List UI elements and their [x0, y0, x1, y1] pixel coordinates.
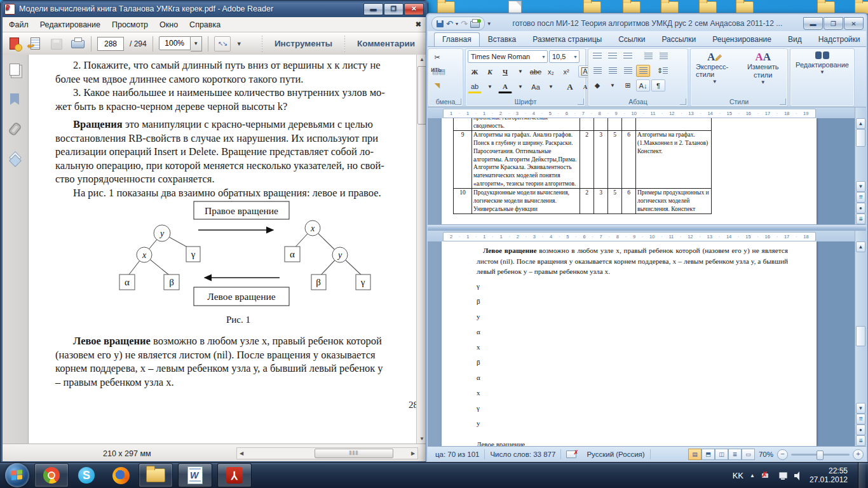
save-icon[interactable] — [437, 20, 444, 27]
subscript-button[interactable]: x₂ — [544, 65, 558, 78]
justify-icon[interactable] — [636, 65, 650, 77]
taskbar-word-button[interactable] — [178, 463, 212, 487]
dialog-launcher-icon[interactable] — [780, 98, 786, 105]
scroll-down-icon[interactable]: ▼ — [856, 403, 865, 414]
scrollbar-thumb[interactable] — [856, 129, 865, 147]
bold-button[interactable]: Ж — [468, 65, 482, 78]
select-browse-object-icon[interactable]: ● — [856, 203, 865, 214]
dialog-launcher-icon[interactable] — [680, 98, 686, 105]
menu-edit[interactable]: Редактирование — [34, 18, 106, 31]
dialog-launcher-icon[interactable] — [578, 98, 584, 105]
change-styles-button[interactable]: AA Изменить стили ▼ — [738, 49, 787, 86]
zoom-in-button[interactable]: + — [853, 449, 864, 460]
menu-help[interactable]: Справка — [184, 18, 226, 31]
print-preview-icon[interactable] — [470, 21, 480, 28]
numbering-icon[interactable] — [606, 50, 620, 62]
decrease-indent-icon[interactable] — [641, 50, 655, 62]
sort-icon[interactable]: А↓ — [636, 79, 650, 92]
tab-insert[interactable]: Вставка — [480, 32, 525, 46]
pdf-horizontal-scrollbar[interactable]: ◀ ⦀⦀⦀ ▶ — [236, 447, 418, 459]
zoom-dropdown-button[interactable]: ▼ — [191, 36, 202, 51]
start-button[interactable] — [5, 463, 29, 487]
power-status-icon[interactable] — [761, 471, 771, 480]
taskbar-browser-button[interactable] — [34, 463, 69, 487]
cut-icon[interactable]: ✂ — [430, 51, 444, 64]
grow-font-button[interactable]: А — [563, 81, 577, 93]
minimize-button[interactable]: ▬ — [363, 3, 383, 15]
scroll-right-icon[interactable]: ▶ — [409, 451, 417, 456]
page-number-input[interactable]: 288 — [97, 37, 124, 51]
draft-view-icon[interactable]: ▭ — [742, 449, 755, 460]
tools-panel-button[interactable]: Инструменты — [268, 39, 339, 48]
increase-indent-icon[interactable] — [656, 50, 670, 62]
toolbar-hide-icon[interactable]: ✖ — [416, 20, 425, 29]
font-color-button[interactable]: А — [498, 80, 512, 93]
previous-page-icon[interactable]: ⇈ — [856, 192, 865, 203]
word-page[interactable]: Левое вращение возможно в любом узле х, … — [442, 241, 817, 446]
scroll-left-icon[interactable]: ◀ — [237, 451, 246, 456]
page-indicator[interactable]: ца: 70 из 101 — [430, 449, 485, 459]
menu-file[interactable]: Файл — [3, 18, 34, 31]
select-browse-object-icon[interactable]: ● — [856, 424, 865, 435]
font-color-dropdown-icon[interactable]: ▼ — [513, 81, 527, 93]
desktop-folder-icon[interactable] — [699, 1, 717, 14]
tab-add-ins[interactable]: Надстройки — [810, 32, 866, 46]
desktop-folder-icon[interactable] — [623, 1, 641, 14]
desktop-folder-icon[interactable] — [661, 1, 679, 14]
tab-review[interactable]: Рецензирование — [704, 32, 780, 46]
change-case-dropdown-icon[interactable]: ▼ — [544, 81, 558, 93]
show-paragraph-marks-icon[interactable]: ¶ — [651, 79, 665, 92]
desktop-folder-icon[interactable] — [817, 1, 835, 14]
word-titlebar[interactable]: ↶ ▾ ↷ ▼ готово посл МИ-12 Теория алгорит… — [428, 15, 866, 31]
tab-view[interactable]: Вид — [780, 32, 810, 46]
italic-button[interactable]: К — [483, 65, 497, 78]
word-count-indicator[interactable]: Число слов: 33 877 — [485, 449, 561, 459]
clock[interactable]: 22:55 27.01.2012 — [810, 466, 851, 484]
editing-button[interactable]: Редактирование ▼ — [790, 49, 854, 76]
show-desktop-button[interactable] — [858, 463, 865, 488]
toolbar-more-button[interactable]: ▼ — [236, 41, 242, 47]
tab-links[interactable]: Ссылки — [610, 32, 653, 46]
layers-icon[interactable] — [10, 153, 20, 163]
align-left-icon[interactable] — [590, 65, 604, 77]
undo-dropdown-icon[interactable]: ▾ — [456, 21, 458, 27]
word-page[interactable]: проблемы. Алгоритмическаясводимость. 9 А… — [442, 118, 817, 224]
adobe-titlebar[interactable]: ₽ Модели вычислений книга Таланова УМКга… — [1, 1, 428, 17]
document-canvas-bottom[interactable]: Левое вращение возможно в любом узле х, … — [428, 241, 855, 446]
desktop-folder-icon[interactable] — [855, 1, 868, 14]
taskbar-adobe-button[interactable]: ⅄ — [217, 463, 252, 487]
quick-styles-button[interactable]: A🖉 Экспресс-стили ▼ — [691, 49, 738, 86]
maximize-button[interactable]: ❒ — [384, 3, 403, 15]
font-name-combobox[interactable]: Times New Roman▼ — [468, 50, 548, 63]
scroll-down-icon[interactable]: ▼ — [856, 181, 865, 192]
split-bar[interactable] — [428, 224, 866, 231]
next-page-icon[interactable]: ⇊ — [856, 214, 865, 224]
tab-home[interactable]: Главная — [434, 32, 480, 46]
borders-icon[interactable]: ⊞ — [621, 79, 635, 92]
vertical-scrollbar-top-pane[interactable]: ▲ ▼ ⇈ ● ⇊ — [855, 107, 866, 224]
outline-view-icon[interactable]: ≣ — [728, 449, 742, 460]
underline-button[interactable]: Ч — [498, 65, 512, 78]
maximize-button[interactable]: ❒ — [824, 17, 843, 30]
shading-icon[interactable]: ◆ — [590, 79, 604, 92]
close-button[interactable]: ✕ — [844, 17, 864, 30]
highlight-dropdown-icon[interactable]: ▼ — [483, 81, 497, 93]
zoom-out-button[interactable]: − — [777, 449, 788, 460]
web-layout-view-icon[interactable]: ◫ — [715, 449, 728, 460]
share-file-icon[interactable]: ↩ — [28, 36, 43, 51]
spellcheck-indicator[interactable] — [561, 449, 581, 459]
zoom-slider-thumb[interactable] — [817, 451, 824, 460]
desktop-folder-icon[interactable] — [583, 1, 601, 14]
taskbar-explorer-button[interactable] — [139, 463, 173, 487]
attachments-icon[interactable] — [8, 121, 22, 137]
highlight-color-button[interactable]: ab — [468, 80, 482, 93]
menu-view[interactable]: Просмотр — [106, 18, 154, 31]
horizontal-ruler-top[interactable]: 1·1·1·2·3·4·5·6·7·8·9·10·11·12·13·14·15·… — [428, 107, 866, 118]
line-spacing-icon[interactable]: ⇕ — [655, 65, 670, 77]
volume-icon[interactable] — [794, 471, 803, 480]
scrollbar-thumb[interactable]: ⦀⦀⦀ — [315, 449, 394, 458]
change-case-button[interactable]: Аа — [529, 81, 543, 93]
taskbar-firefox-button[interactable] — [104, 464, 137, 487]
zoom-level-input[interactable]: 100% — [159, 36, 191, 50]
print-icon[interactable] — [70, 36, 85, 51]
